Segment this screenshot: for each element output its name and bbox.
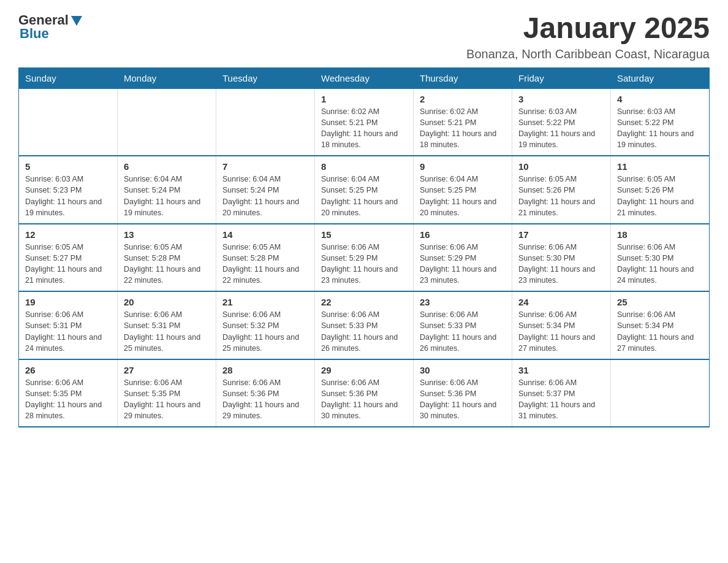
day-cell-16: 16Sunrise: 6:06 AM Sunset: 5:29 PM Dayli… [414,224,512,292]
day-detail: Sunrise: 6:06 AM Sunset: 5:36 PM Dayligh… [222,378,299,420]
day-cell-15: 15Sunrise: 6:06 AM Sunset: 5:29 PM Dayli… [315,224,414,292]
day-detail: Sunrise: 6:05 AM Sunset: 5:27 PM Dayligh… [25,243,102,285]
day-cell-13: 13Sunrise: 6:05 AM Sunset: 5:28 PM Dayli… [118,224,216,292]
day-cell-31: 31Sunrise: 6:06 AM Sunset: 5:37 PM Dayli… [512,359,611,427]
day-cell-20: 20Sunrise: 6:06 AM Sunset: 5:31 PM Dayli… [118,291,216,359]
day-number: 20 [124,297,210,307]
day-number: 30 [420,365,506,375]
day-detail: Sunrise: 6:02 AM Sunset: 5:21 PM Dayligh… [420,107,496,149]
day-cell-30: 30Sunrise: 6:06 AM Sunset: 5:36 PM Dayli… [414,359,512,427]
day-cell-10: 10Sunrise: 6:05 AM Sunset: 5:26 PM Dayli… [512,156,611,224]
day-cell-11: 11Sunrise: 6:05 AM Sunset: 5:26 PM Dayli… [611,156,710,224]
day-number: 26 [25,365,111,375]
day-detail: Sunrise: 6:03 AM Sunset: 5:22 PM Dayligh… [617,107,694,149]
day-cell-8: 8Sunrise: 6:04 AM Sunset: 5:25 PM Daylig… [315,156,414,224]
day-detail: Sunrise: 6:06 AM Sunset: 5:29 PM Dayligh… [420,243,496,285]
day-cell-23: 23Sunrise: 6:06 AM Sunset: 5:33 PM Dayli… [414,291,512,359]
day-number: 16 [420,229,506,240]
empty-cell [611,359,710,427]
day-detail: Sunrise: 6:04 AM Sunset: 5:25 PM Dayligh… [321,175,398,216]
day-detail: Sunrise: 6:06 AM Sunset: 5:36 PM Dayligh… [321,378,398,420]
day-cell-18: 18Sunrise: 6:06 AM Sunset: 5:30 PM Dayli… [611,224,710,292]
header-cell-sunday: Sunday [19,67,118,88]
day-detail: Sunrise: 6:04 AM Sunset: 5:24 PM Dayligh… [124,175,200,216]
week-row-5: 26Sunrise: 6:06 AM Sunset: 5:35 PM Dayli… [19,359,710,427]
day-cell-27: 27Sunrise: 6:06 AM Sunset: 5:35 PM Dayli… [118,359,216,427]
day-detail: Sunrise: 6:05 AM Sunset: 5:26 PM Dayligh… [617,175,694,216]
day-detail: Sunrise: 6:06 AM Sunset: 5:30 PM Dayligh… [518,243,595,285]
location-subtitle: Bonanza, North Caribbean Coast, Nicaragu… [466,47,710,61]
day-cell-21: 21Sunrise: 6:06 AM Sunset: 5:32 PM Dayli… [216,291,315,359]
day-number: 23 [420,297,506,307]
day-number: 7 [222,161,308,172]
title-section: January 2025 Bonanza, North Caribbean Co… [466,12,710,61]
header-cell-wednesday: Wednesday [315,67,414,88]
day-cell-5: 5Sunrise: 6:03 AM Sunset: 5:23 PM Daylig… [19,156,118,224]
header-cell-tuesday: Tuesday [216,67,315,88]
day-number: 14 [222,229,308,240]
day-cell-9: 9Sunrise: 6:04 AM Sunset: 5:25 PM Daylig… [414,156,512,224]
day-number: 17 [518,229,604,240]
header-cell-monday: Monday [118,67,216,88]
day-detail: Sunrise: 6:05 AM Sunset: 5:28 PM Dayligh… [222,243,299,285]
day-number: 13 [124,229,210,240]
day-detail: Sunrise: 6:06 AM Sunset: 5:31 PM Dayligh… [25,310,102,352]
day-number: 12 [25,229,111,240]
day-number: 19 [25,297,111,307]
day-number: 6 [124,161,210,172]
day-detail: Sunrise: 6:04 AM Sunset: 5:24 PM Dayligh… [222,175,299,216]
logo-blue: Blue [20,26,49,42]
empty-cell [216,88,315,156]
day-number: 25 [617,297,703,307]
day-detail: Sunrise: 6:06 AM Sunset: 5:37 PM Dayligh… [518,378,595,420]
empty-cell [19,88,118,156]
day-cell-7: 7Sunrise: 6:04 AM Sunset: 5:24 PM Daylig… [216,156,315,224]
day-detail: Sunrise: 6:06 AM Sunset: 5:34 PM Dayligh… [518,310,595,352]
day-detail: Sunrise: 6:06 AM Sunset: 5:30 PM Dayligh… [617,243,694,285]
empty-cell [118,88,216,156]
day-cell-1: 1Sunrise: 6:02 AM Sunset: 5:21 PM Daylig… [315,88,414,156]
day-cell-22: 22Sunrise: 6:06 AM Sunset: 5:33 PM Dayli… [315,291,414,359]
calendar-body: 1Sunrise: 6:02 AM Sunset: 5:21 PM Daylig… [19,88,710,427]
page-header: General Blue January 2025 Bonanza, North… [18,12,710,61]
day-cell-25: 25Sunrise: 6:06 AM Sunset: 5:34 PM Dayli… [611,291,710,359]
day-detail: Sunrise: 6:06 AM Sunset: 5:35 PM Dayligh… [124,378,200,420]
day-number: 28 [222,365,308,375]
day-detail: Sunrise: 6:03 AM Sunset: 5:23 PM Dayligh… [25,175,102,216]
day-cell-17: 17Sunrise: 6:06 AM Sunset: 5:30 PM Dayli… [512,224,611,292]
day-detail: Sunrise: 6:06 AM Sunset: 5:34 PM Dayligh… [617,310,694,352]
day-number: 1 [321,94,407,104]
day-detail: Sunrise: 6:06 AM Sunset: 5:29 PM Dayligh… [321,243,398,285]
day-number: 3 [518,94,604,104]
day-detail: Sunrise: 6:06 AM Sunset: 5:31 PM Dayligh… [124,310,200,352]
header-cell-thursday: Thursday [414,67,512,88]
day-number: 10 [518,161,604,172]
day-number: 15 [321,229,407,240]
day-cell-12: 12Sunrise: 6:05 AM Sunset: 5:27 PM Dayli… [19,224,118,292]
calendar-header: SundayMondayTuesdayWednesdayThursdayFrid… [19,67,710,88]
month-title: January 2025 [466,12,710,45]
day-number: 5 [25,161,111,172]
day-cell-14: 14Sunrise: 6:05 AM Sunset: 5:28 PM Dayli… [216,224,315,292]
day-detail: Sunrise: 6:06 AM Sunset: 5:33 PM Dayligh… [420,310,496,352]
day-number: 22 [321,297,407,307]
day-number: 4 [617,94,703,104]
day-number: 2 [420,94,506,104]
calendar-table: SundayMondayTuesdayWednesdayThursdayFrid… [18,67,710,428]
day-number: 9 [420,161,506,172]
day-detail: Sunrise: 6:06 AM Sunset: 5:32 PM Dayligh… [222,310,299,352]
day-cell-29: 29Sunrise: 6:06 AM Sunset: 5:36 PM Dayli… [315,359,414,427]
day-cell-26: 26Sunrise: 6:06 AM Sunset: 5:35 PM Dayli… [19,359,118,427]
week-row-3: 12Sunrise: 6:05 AM Sunset: 5:27 PM Dayli… [19,224,710,292]
day-detail: Sunrise: 6:02 AM Sunset: 5:21 PM Dayligh… [321,107,398,149]
day-detail: Sunrise: 6:06 AM Sunset: 5:35 PM Dayligh… [25,378,102,420]
day-cell-4: 4Sunrise: 6:03 AM Sunset: 5:22 PM Daylig… [611,88,710,156]
day-detail: Sunrise: 6:05 AM Sunset: 5:28 PM Dayligh… [124,243,200,285]
week-row-4: 19Sunrise: 6:06 AM Sunset: 5:31 PM Dayli… [19,291,710,359]
svg-marker-0 [71,16,82,26]
day-detail: Sunrise: 6:03 AM Sunset: 5:22 PM Dayligh… [518,107,595,149]
day-cell-2: 2Sunrise: 6:02 AM Sunset: 5:21 PM Daylig… [414,88,512,156]
day-number: 11 [617,161,703,172]
day-detail: Sunrise: 6:06 AM Sunset: 5:33 PM Dayligh… [321,310,398,352]
day-detail: Sunrise: 6:06 AM Sunset: 5:36 PM Dayligh… [420,378,496,420]
